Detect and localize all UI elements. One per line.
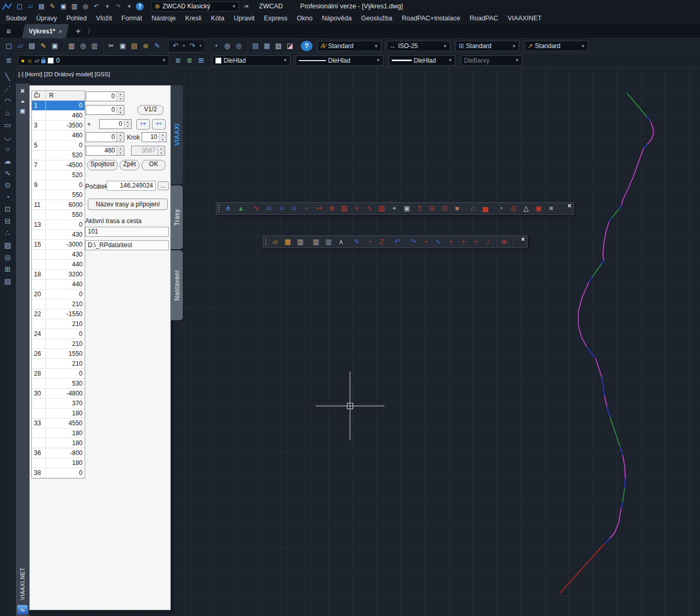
spinner-arrows[interactable]: ▲▼	[124, 120, 131, 129]
redo-dropdown-icon[interactable]: ▾	[125, 2, 134, 11]
constraint-icon[interactable]: ∕	[482, 237, 495, 247]
side-tab-trasy[interactable]: Trasy	[171, 185, 183, 249]
menu-item--pravy[interactable]: Úpravy	[31, 13, 62, 24]
table-row[interactable]: 550	[32, 190, 85, 200]
table-row[interactable]: 30-4800	[32, 389, 85, 399]
krok-spinner[interactable]: 10 ▲▼	[142, 132, 167, 142]
dashed-edit-icon[interactable]: ⊟	[426, 203, 438, 214]
layer-previous-icon[interactable]: ≣	[172, 55, 184, 66]
layer-manager-icon[interactable]: ≣	[3, 55, 15, 66]
spinner-5[interactable]: 460 ▲▼	[86, 146, 124, 156]
alignment-segment-green[interactable]	[627, 93, 647, 117]
alignment-segment-magenta[interactable]	[603, 222, 609, 260]
layer-freeze-icon[interactable]: ☼	[27, 57, 32, 64]
line-icon[interactable]: ╲	[2, 71, 14, 83]
print-drawing-icon[interactable]: ▥	[322, 237, 335, 247]
layer-properties-icon[interactable]: ⊞	[195, 55, 207, 66]
nazev-trasy-button[interactable]: Název trasy a připojení	[88, 199, 168, 210]
layer-combo[interactable]: ● ☼ ▱ 0 ▼	[18, 55, 169, 66]
make-block-icon[interactable]: ⊟	[2, 215, 14, 227]
trasa-field[interactable]: 101	[85, 227, 169, 237]
plot-icon[interactable]: ▥	[89, 41, 100, 51]
table-row[interactable]: 180	[32, 438, 85, 448]
print-icon[interactable]: ▥	[66, 41, 77, 51]
zoom-target-icon[interactable]: ◎	[507, 203, 520, 214]
save-icon[interactable]: ▤	[26, 41, 38, 51]
redo-icon[interactable]: ↷	[186, 41, 198, 51]
ok-button[interactable]: OK	[142, 160, 166, 170]
linetype-combo[interactable]: DleHlad ▼	[296, 55, 383, 66]
station-point-icon[interactable]: ▣	[401, 203, 413, 214]
redo-icon[interactable]: ↷	[407, 237, 419, 247]
help-icon[interactable]: ?	[136, 3, 144, 10]
properties-icon[interactable]: ▤	[250, 41, 261, 51]
table-row[interactable]: 460	[32, 111, 85, 121]
table-row[interactable]: 36-800	[32, 448, 85, 458]
menu-item-geoslu-ba[interactable]: Geoslužba	[356, 13, 397, 24]
minimize-ribbon-icon[interactable]: ≡▾	[244, 4, 248, 9]
pocatek-browse-button[interactable]: ...	[158, 181, 169, 190]
insert-block-icon[interactable]: ⊡	[2, 203, 14, 215]
table-style-combo[interactable]: ⊞ Standard ▼	[456, 41, 519, 51]
mleader-style-combo[interactable]: ↗ Standard ▼	[524, 41, 588, 51]
lineweight-combo[interactable]: DleHlad ▼	[389, 55, 456, 66]
menu-item-soubor[interactable]: Soubor	[1, 13, 31, 24]
table-row[interactable]: 520	[32, 170, 85, 180]
frame-icon[interactable]: ▣	[532, 203, 545, 214]
table-row[interactable]: 90	[32, 180, 85, 190]
undo-icon[interactable]: ↶	[391, 237, 404, 247]
print-listing-icon[interactable]: ▥	[310, 237, 322, 247]
open-project-icon[interactable]: ▱	[269, 237, 282, 247]
menu-item-roadpac[interactable]: RoadPAC	[465, 13, 503, 24]
menu-item-n-pov-da[interactable]: Nápověda	[317, 13, 356, 24]
spinner-3[interactable]: 0 ▲▼	[99, 119, 132, 129]
z-order-icon[interactable]: Z	[376, 237, 388, 247]
alignment-segment-green[interactable]	[623, 487, 625, 502]
alignment-segment-magenta[interactable]	[610, 508, 621, 539]
list-icon[interactable]: ≡	[545, 203, 557, 214]
table-row[interactable]: 334550	[32, 419, 85, 428]
table-row[interactable]: 550	[32, 210, 85, 220]
landscape-icon[interactable]: ⌂	[466, 203, 479, 214]
table-row[interactable]: 440	[32, 260, 85, 270]
table-row[interactable]: 430	[32, 230, 85, 240]
undo-dropdown-icon[interactable]: ▾	[103, 2, 112, 11]
save-project-icon[interactable]: ▦	[282, 237, 294, 247]
add-circle-icon[interactable]: +	[457, 237, 470, 247]
alignment-segment-magenta[interactable]	[623, 455, 625, 479]
alignment-segment-green[interactable]	[610, 417, 620, 447]
table-row[interactable]: 15-3000	[32, 240, 85, 250]
table-row[interactable]: 22-1550	[32, 309, 85, 319]
road-design-icon[interactable]: ≋	[263, 203, 275, 214]
alignment-segment-magenta[interactable]	[578, 282, 589, 347]
menu-item-pohled[interactable]: Pohled	[62, 13, 91, 24]
surface-fill-icon[interactable]: ■	[451, 203, 463, 214]
alignment-segment-blue[interactable]	[604, 539, 610, 544]
spline-icon[interactable]: ∿	[2, 167, 14, 179]
layer-lock-icon[interactable]	[41, 60, 45, 63]
close-icon[interactable]: ×	[519, 236, 527, 243]
table-row[interactable]: 460	[32, 131, 85, 141]
redo-icon[interactable]: ↷	[114, 2, 123, 11]
undo-dropdown-icon[interactable]: ▾	[181, 41, 186, 51]
save-as-icon[interactable]: ✎	[48, 2, 57, 11]
alignment-segment-magenta[interactable]	[622, 148, 644, 205]
table-row[interactable]: 380	[32, 468, 85, 478]
revision-cloud-icon[interactable]: ☁	[2, 155, 14, 167]
slope-hatch-icon[interactable]: ▨	[338, 203, 351, 214]
menu-item-okno[interactable]: Okno	[292, 13, 317, 24]
undo-icon[interactable]: ↶	[170, 41, 181, 51]
alignment-segment-red[interactable]	[560, 544, 604, 593]
barrier-icon[interactable]: ▥	[376, 203, 388, 214]
workspace-combo[interactable]: ⊛ ZWCAD Klasický ▼	[151, 2, 239, 11]
alignment-segment-blue[interactable]	[601, 260, 604, 264]
print-preview-icon[interactable]: ◎	[77, 41, 89, 51]
circle-icon[interactable]: ○	[2, 143, 14, 155]
hamburger-menu-icon[interactable]: ≡	[6, 27, 11, 36]
alignment-segment-blue[interactable]	[607, 407, 610, 417]
zoom-previous-icon[interactable]: ◎	[233, 41, 244, 51]
menu-item-express[interactable]: Express	[259, 13, 292, 24]
palette-properties-icon[interactable]: ▣	[20, 108, 25, 114]
add-station-icon[interactable]: +	[419, 237, 432, 247]
terrain-icon[interactable]: ▲	[235, 203, 247, 214]
